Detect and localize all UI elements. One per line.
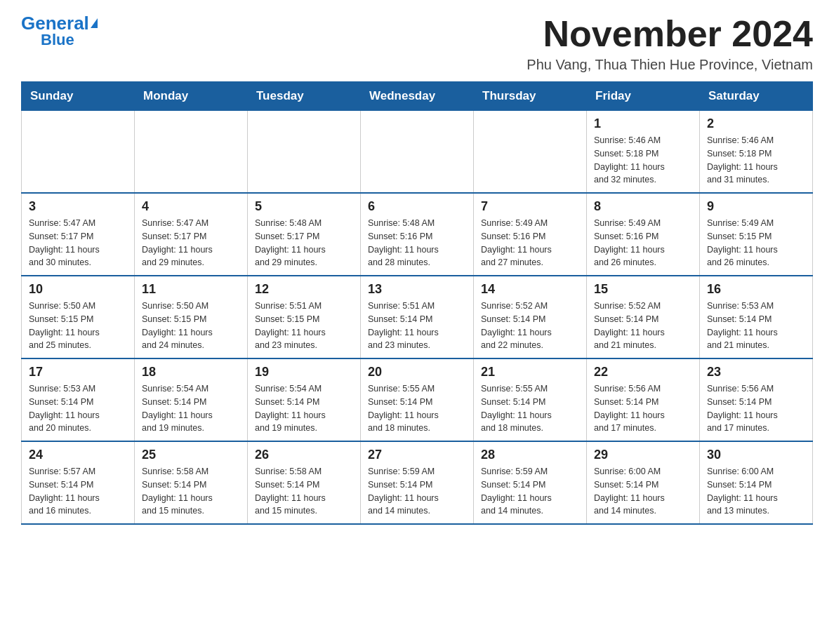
day-info: Sunrise: 5:46 AM Sunset: 5:18 PM Dayligh…	[707, 134, 805, 187]
day-number: 11	[142, 282, 240, 297]
day-number: 14	[481, 282, 579, 297]
weekday-header: Monday	[135, 82, 248, 111]
logo-triangle-icon	[91, 18, 98, 28]
day-info: Sunrise: 5:53 AM Sunset: 5:14 PM Dayligh…	[707, 300, 805, 352]
calendar-cell	[135, 111, 248, 194]
calendar-cell: 26Sunrise: 5:58 AM Sunset: 5:14 PM Dayli…	[248, 441, 361, 524]
calendar-body: 1Sunrise: 5:46 AM Sunset: 5:18 PM Daylig…	[22, 111, 813, 525]
calendar-cell: 9Sunrise: 5:49 AM Sunset: 5:15 PM Daylig…	[700, 193, 813, 276]
day-info: Sunrise: 5:51 AM Sunset: 5:14 PM Dayligh…	[368, 300, 466, 352]
day-number: 28	[481, 448, 579, 462]
day-number: 1	[594, 116, 692, 131]
calendar-title: November 2024	[527, 14, 813, 54]
day-number: 19	[255, 365, 353, 380]
day-info: Sunrise: 5:49 AM Sunset: 5:15 PM Dayligh…	[707, 217, 805, 269]
day-info: Sunrise: 5:53 AM Sunset: 5:14 PM Dayligh…	[29, 382, 127, 435]
day-info: Sunrise: 5:58 AM Sunset: 5:14 PM Dayligh…	[142, 465, 240, 518]
day-info: Sunrise: 5:59 AM Sunset: 5:14 PM Dayligh…	[368, 465, 466, 518]
day-info: Sunrise: 5:50 AM Sunset: 5:15 PM Dayligh…	[142, 300, 240, 352]
calendar-header: SundayMondayTuesdayWednesdayThursdayFrid…	[22, 82, 813, 111]
day-info: Sunrise: 5:49 AM Sunset: 5:16 PM Dayligh…	[594, 217, 692, 269]
day-info: Sunrise: 5:47 AM Sunset: 5:17 PM Dayligh…	[142, 217, 240, 269]
calendar-cell: 14Sunrise: 5:52 AM Sunset: 5:14 PM Dayli…	[474, 276, 587, 358]
day-number: 22	[594, 365, 692, 380]
day-info: Sunrise: 5:52 AM Sunset: 5:14 PM Dayligh…	[481, 300, 579, 352]
logo: General Blue	[21, 14, 98, 48]
calendar-cell: 3Sunrise: 5:47 AM Sunset: 5:17 PM Daylig…	[22, 193, 135, 276]
day-number: 18	[142, 365, 240, 380]
day-number: 15	[594, 282, 692, 297]
day-number: 21	[481, 365, 579, 380]
day-number: 9	[707, 199, 805, 214]
day-number: 26	[255, 448, 353, 462]
page-header: General Blue November 2024 Phu Vang, Thu…	[21, 14, 813, 73]
day-number: 8	[594, 199, 692, 214]
calendar-cell: 8Sunrise: 5:49 AM Sunset: 5:16 PM Daylig…	[587, 193, 700, 276]
calendar-cell: 27Sunrise: 5:59 AM Sunset: 5:14 PM Dayli…	[361, 441, 474, 524]
day-number: 23	[707, 365, 805, 380]
calendar-cell: 24Sunrise: 5:57 AM Sunset: 5:14 PM Dayli…	[22, 441, 135, 524]
day-number: 16	[707, 282, 805, 297]
calendar-cell: 23Sunrise: 5:56 AM Sunset: 5:14 PM Dayli…	[700, 358, 813, 441]
calendar-cell: 2Sunrise: 5:46 AM Sunset: 5:18 PM Daylig…	[700, 111, 813, 194]
day-number: 4	[142, 199, 240, 214]
calendar-week-row: 10Sunrise: 5:50 AM Sunset: 5:15 PM Dayli…	[22, 276, 813, 358]
day-info: Sunrise: 5:48 AM Sunset: 5:16 PM Dayligh…	[368, 217, 466, 269]
day-number: 17	[29, 365, 127, 380]
title-area: November 2024 Phu Vang, Thua Thien Hue P…	[527, 14, 813, 73]
calendar-cell: 29Sunrise: 6:00 AM Sunset: 5:14 PM Dayli…	[587, 441, 700, 524]
day-info: Sunrise: 5:46 AM Sunset: 5:18 PM Dayligh…	[594, 134, 692, 187]
calendar-cell: 22Sunrise: 5:56 AM Sunset: 5:14 PM Dayli…	[587, 358, 700, 441]
calendar-cell: 16Sunrise: 5:53 AM Sunset: 5:14 PM Dayli…	[700, 276, 813, 358]
day-info: Sunrise: 5:55 AM Sunset: 5:14 PM Dayligh…	[368, 382, 466, 435]
weekday-header: Sunday	[22, 82, 135, 111]
logo-general-text: General	[21, 14, 98, 32]
calendar-subtitle: Phu Vang, Thua Thien Hue Province, Vietn…	[527, 57, 813, 73]
day-number: 10	[29, 282, 127, 297]
weekday-header: Saturday	[700, 82, 813, 111]
calendar-cell: 4Sunrise: 5:47 AM Sunset: 5:17 PM Daylig…	[135, 193, 248, 276]
day-number: 13	[368, 282, 466, 297]
calendar-cell: 17Sunrise: 5:53 AM Sunset: 5:14 PM Dayli…	[22, 358, 135, 441]
calendar-cell: 19Sunrise: 5:54 AM Sunset: 5:14 PM Dayli…	[248, 358, 361, 441]
calendar-cell	[474, 111, 587, 194]
weekday-header: Friday	[587, 82, 700, 111]
calendar-week-row: 1Sunrise: 5:46 AM Sunset: 5:18 PM Daylig…	[22, 111, 813, 194]
day-info: Sunrise: 5:54 AM Sunset: 5:14 PM Dayligh…	[255, 382, 353, 435]
day-info: Sunrise: 5:55 AM Sunset: 5:14 PM Dayligh…	[481, 382, 579, 435]
calendar-cell: 12Sunrise: 5:51 AM Sunset: 5:15 PM Dayli…	[248, 276, 361, 358]
day-number: 3	[29, 199, 127, 214]
calendar-cell: 15Sunrise: 5:52 AM Sunset: 5:14 PM Dayli…	[587, 276, 700, 358]
day-number: 20	[368, 365, 466, 380]
day-number: 29	[594, 448, 692, 462]
calendar-cell: 21Sunrise: 5:55 AM Sunset: 5:14 PM Dayli…	[474, 358, 587, 441]
calendar-cell	[361, 111, 474, 194]
day-info: Sunrise: 5:51 AM Sunset: 5:15 PM Dayligh…	[255, 300, 353, 352]
calendar-week-row: 24Sunrise: 5:57 AM Sunset: 5:14 PM Dayli…	[22, 441, 813, 524]
calendar-cell	[22, 111, 135, 194]
calendar-cell: 20Sunrise: 5:55 AM Sunset: 5:14 PM Dayli…	[361, 358, 474, 441]
day-number: 6	[368, 199, 466, 214]
calendar-cell: 13Sunrise: 5:51 AM Sunset: 5:14 PM Dayli…	[361, 276, 474, 358]
day-info: Sunrise: 5:48 AM Sunset: 5:17 PM Dayligh…	[255, 217, 353, 269]
calendar-cell: 30Sunrise: 6:00 AM Sunset: 5:14 PM Dayli…	[700, 441, 813, 524]
calendar-week-row: 17Sunrise: 5:53 AM Sunset: 5:14 PM Dayli…	[22, 358, 813, 441]
day-number: 2	[707, 116, 805, 131]
day-number: 7	[481, 199, 579, 214]
day-info: Sunrise: 5:56 AM Sunset: 5:14 PM Dayligh…	[707, 382, 805, 435]
calendar-cell: 7Sunrise: 5:49 AM Sunset: 5:16 PM Daylig…	[474, 193, 587, 276]
day-info: Sunrise: 5:49 AM Sunset: 5:16 PM Dayligh…	[481, 217, 579, 269]
calendar-week-row: 3Sunrise: 5:47 AM Sunset: 5:17 PM Daylig…	[22, 193, 813, 276]
day-number: 24	[29, 448, 127, 462]
day-info: Sunrise: 5:50 AM Sunset: 5:15 PM Dayligh…	[29, 300, 127, 352]
day-info: Sunrise: 5:59 AM Sunset: 5:14 PM Dayligh…	[481, 465, 579, 518]
day-info: Sunrise: 5:47 AM Sunset: 5:17 PM Dayligh…	[29, 217, 127, 269]
day-info: Sunrise: 6:00 AM Sunset: 5:14 PM Dayligh…	[594, 465, 692, 518]
logo-blue-text: Blue	[41, 32, 74, 48]
calendar-cell: 28Sunrise: 5:59 AM Sunset: 5:14 PM Dayli…	[474, 441, 587, 524]
day-number: 27	[368, 448, 466, 462]
day-number: 30	[707, 448, 805, 462]
calendar-cell: 1Sunrise: 5:46 AM Sunset: 5:18 PM Daylig…	[587, 111, 700, 194]
day-info: Sunrise: 5:56 AM Sunset: 5:14 PM Dayligh…	[594, 382, 692, 435]
day-info: Sunrise: 5:52 AM Sunset: 5:14 PM Dayligh…	[594, 300, 692, 352]
